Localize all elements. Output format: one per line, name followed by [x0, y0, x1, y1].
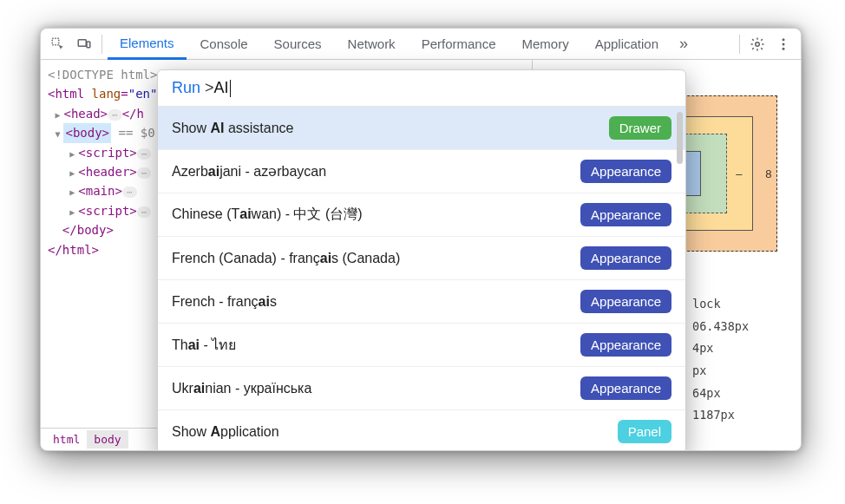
command-prefix: Run: [172, 79, 200, 96]
svg-point-4: [783, 38, 785, 41]
tab-sources[interactable]: Sources: [262, 29, 334, 60]
expand-arrow-icon[interactable]: [55, 126, 63, 140]
svg-rect-1: [78, 39, 86, 46]
box-model-margin-right[interactable]: 8: [765, 167, 771, 180]
settings-icon[interactable]: [745, 32, 770, 56]
command-query: AI: [214, 79, 229, 96]
dom-body-close: </body>: [62, 223, 114, 237]
toolbar-divider: [102, 35, 102, 54]
toolbar-divider: [739, 35, 740, 54]
command-input[interactable]: Run >AI: [158, 70, 685, 107]
command-item-badge: Appearance: [580, 246, 671, 270]
command-item-badge: Appearance: [580, 203, 671, 226]
command-item-label: Show AI assistance: [172, 121, 294, 136]
command-item-badge: Appearance: [580, 333, 671, 357]
expand-arrow-icon[interactable]: [69, 184, 78, 198]
tab-performance[interactable]: Performance: [409, 29, 508, 60]
selected-indicator: == $0: [118, 126, 154, 140]
ellipsis-icon[interactable]: ⋯: [137, 206, 152, 218]
breadcrumb-html[interactable]: html: [46, 430, 87, 448]
svg-point-6: [783, 47, 785, 49]
command-item-label: French - français: [172, 294, 277, 310]
command-item-badge: Drawer: [609, 116, 671, 140]
svg-point-3: [756, 42, 760, 46]
ellipsis-icon[interactable]: ⋯: [137, 148, 152, 160]
inspect-icon[interactable]: [46, 32, 70, 56]
ellipsis-icon[interactable]: ⋯: [108, 109, 122, 121]
command-item[interactable]: Azerbaijani - azərbaycan Appearance: [158, 150, 685, 193]
dom-html-close: </html>: [48, 243, 99, 257]
command-item[interactable]: Chinese (Taiwan) - 中文 (台灣) Appearance: [158, 193, 685, 237]
devtools-window: Elements Console Sources Network Perform…: [40, 28, 802, 451]
tabs-overflow-icon[interactable]: »: [672, 35, 695, 53]
command-item-label: Show Application: [172, 424, 279, 440]
command-item[interactable]: French (Canada) - français (Canada) Appe…: [158, 237, 685, 280]
dom-doctype: <!DOCTYPE html>: [48, 68, 157, 82]
command-item-badge: Appearance: [580, 290, 671, 313]
expand-arrow-icon[interactable]: [69, 146, 78, 160]
command-item-label: Chinese (Taiwan) - 中文 (台灣): [172, 206, 363, 224]
command-item-badge: Appearance: [580, 376, 671, 400]
svg-point-5: [783, 43, 785, 45]
command-item[interactable]: Show Application Panel: [158, 410, 685, 451]
text-cursor: [230, 80, 231, 97]
svg-rect-0: [52, 38, 59, 45]
svg-rect-2: [87, 42, 90, 48]
command-item[interactable]: French - français Appearance: [158, 280, 685, 324]
command-marker: >: [205, 79, 214, 96]
command-item-label: French (Canada) - français (Canada): [172, 251, 400, 266]
command-item-label: Thai - ไทย: [172, 334, 236, 356]
expand-arrow-icon[interactable]: [55, 107, 63, 121]
breadcrumb-body[interactable]: body: [87, 430, 128, 448]
tab-network[interactable]: Network: [336, 29, 408, 60]
tab-elements[interactable]: Elements: [108, 29, 187, 60]
command-item-label: Ukrainian - українська: [172, 381, 311, 396]
ellipsis-icon[interactable]: ⋯: [122, 187, 137, 198]
ellipsis-icon[interactable]: ⋯: [137, 167, 152, 179]
command-item[interactable]: Show AI assistance Drawer: [158, 107, 685, 150]
tab-memory[interactable]: Memory: [510, 29, 581, 60]
command-item[interactable]: Ukrainian - українська Appearance: [158, 367, 685, 410]
command-item-label: Azerbaijani - azərbaycan: [172, 163, 326, 180]
command-item[interactable]: Thai - ไทย Appearance: [158, 324, 685, 367]
device-mode-icon[interactable]: [72, 32, 96, 56]
command-menu: Run >AI Show AI assistance Drawer Azerba…: [157, 69, 686, 451]
tab-console[interactable]: Console: [188, 29, 260, 60]
main-toolbar: Elements Console Sources Network Perform…: [41, 29, 801, 60]
scrollbar[interactable]: [677, 112, 683, 164]
command-item-badge: Appearance: [580, 160, 671, 183]
expand-arrow-icon[interactable]: [69, 204, 78, 218]
expand-arrow-icon[interactable]: [69, 165, 78, 179]
kebab-menu-icon[interactable]: [771, 32, 796, 56]
command-results: Show AI assistance Drawer Azerbaijani - …: [158, 107, 685, 451]
dom-selected-body[interactable]: <body>: [63, 123, 111, 142]
dom-html-open[interactable]: <html lang="en">: [48, 87, 165, 101]
box-model-border-right[interactable]: –: [736, 167, 742, 180]
command-item-badge: Panel: [618, 420, 671, 443]
tab-application[interactable]: Application: [583, 29, 671, 60]
